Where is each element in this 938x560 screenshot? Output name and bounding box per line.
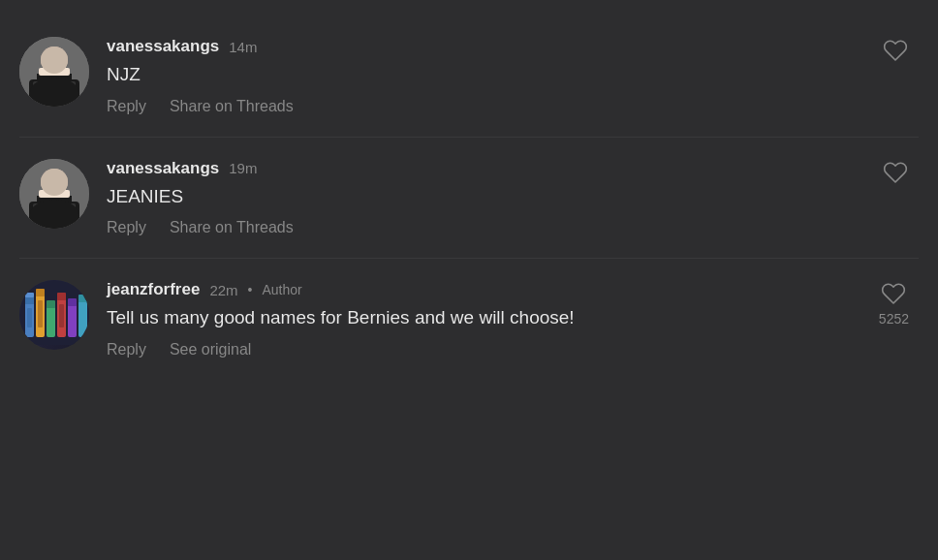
svg-rect-22	[68, 304, 77, 337]
svg-rect-14	[25, 296, 34, 304]
share-threads-button[interactable]: Share on Threads	[170, 98, 294, 115]
timestamp: 22m	[209, 282, 237, 298]
comment-header: vanessakangs 19m	[107, 159, 919, 178]
comment-item: jeanzforfree 22m • Author Tell us many g…	[19, 259, 919, 380]
username: jeanzforfree	[107, 280, 200, 299]
comment-header: jeanzforfree 22m • Author	[107, 280, 919, 299]
share-threads-button[interactable]: Share on Threads	[170, 219, 294, 236]
svg-rect-5	[33, 81, 76, 87]
like-section	[882, 159, 909, 186]
svg-rect-28	[59, 304, 64, 327]
comment-actions: Reply Share on Threads	[107, 219, 919, 236]
comment-body: vanessakangs 14m NJZ Reply Share on Thre…	[107, 37, 919, 115]
svg-rect-24	[78, 300, 87, 337]
comment-header: vanessakangs 14m	[107, 37, 919, 56]
svg-rect-9	[37, 196, 72, 213]
svg-rect-2	[29, 79, 79, 107]
svg-rect-8	[29, 202, 79, 229]
comment-text: NJZ	[107, 62, 919, 88]
svg-rect-18	[47, 306, 55, 337]
avatar	[19, 159, 89, 229]
like-section	[882, 37, 909, 64]
author-badge: Author	[262, 282, 301, 297]
comment-actions: Reply Share on Threads	[107, 98, 919, 115]
avatar	[19, 280, 89, 350]
svg-rect-10	[39, 190, 70, 198]
timestamp: 14m	[229, 39, 257, 55]
like-button[interactable]	[882, 37, 909, 64]
like-count: 5252	[879, 311, 909, 327]
svg-rect-21	[57, 293, 66, 300]
svg-rect-4	[39, 68, 70, 76]
svg-point-1	[41, 47, 68, 74]
svg-rect-15	[25, 293, 34, 297]
svg-rect-17	[36, 289, 45, 296]
svg-rect-25	[78, 295, 87, 302]
see-original-button[interactable]: See original	[170, 341, 252, 358]
svg-rect-23	[68, 298, 77, 306]
svg-rect-26	[27, 308, 32, 327]
reply-button[interactable]: Reply	[107, 98, 146, 115]
svg-rect-19	[47, 300, 55, 308]
avatar	[19, 37, 89, 107]
comment-text: Tell us many good names for Bernies and …	[107, 305, 919, 331]
reply-button[interactable]: Reply	[107, 219, 146, 236]
reply-button[interactable]: Reply	[107, 341, 146, 358]
comment-body: vanessakangs 19m JEANIES Reply Share on …	[107, 159, 919, 237]
comments-list: vanessakangs 14m NJZ Reply Share on Thre…	[0, 0, 938, 395]
dot-separator: •	[248, 282, 253, 297]
svg-rect-27	[38, 300, 43, 327]
svg-rect-11	[33, 203, 76, 209]
username: vanessakangs	[107, 159, 219, 178]
comment-text: JEANIES	[107, 184, 919, 210]
comment-actions: Reply See original	[107, 341, 919, 358]
like-button[interactable]	[880, 280, 907, 307]
svg-point-7	[41, 169, 68, 196]
like-section: 5252	[879, 280, 909, 327]
timestamp: 19m	[229, 160, 257, 176]
username: vanessakangs	[107, 37, 219, 56]
comment-item: vanessakangs 19m JEANIES Reply Share on …	[19, 138, 919, 260]
comment-body: jeanzforfree 22m • Author Tell us many g…	[107, 280, 919, 358]
svg-rect-3	[37, 74, 72, 91]
like-button[interactable]	[882, 159, 909, 186]
comment-item: vanessakangs 14m NJZ Reply Share on Thre…	[19, 16, 919, 138]
